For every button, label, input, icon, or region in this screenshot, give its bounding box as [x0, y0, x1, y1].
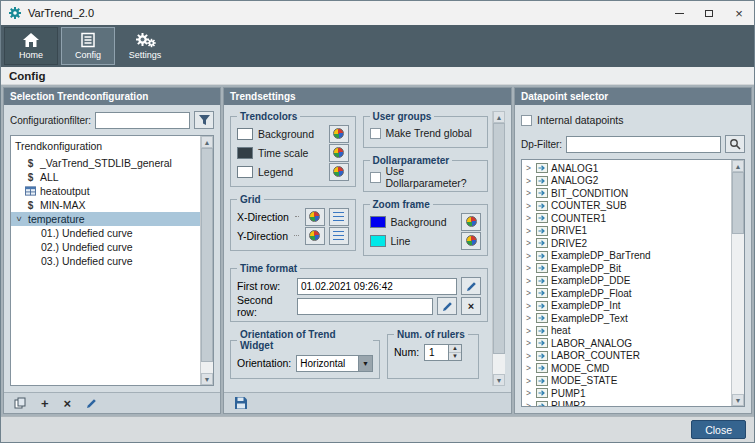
datapoint-item[interactable]: > COUNTER_SUB [522, 200, 731, 213]
rulers-spinner[interactable]: 1 ▲ ▼ [424, 344, 462, 361]
nav-home-button[interactable]: Home [4, 27, 58, 65]
timescale-color-picker-button[interactable] [329, 144, 349, 162]
datapoint-item[interactable]: > LABOR_COUNTER [522, 350, 731, 363]
clear-second-row-button[interactable]: × [461, 297, 481, 315]
expand-chevron-icon[interactable]: > [526, 276, 533, 286]
copy-configuration-button[interactable] [12, 394, 28, 412]
scroll-up-button[interactable]: ▲ [493, 111, 505, 123]
close-window-button[interactable]: × [724, 1, 754, 25]
nav-settings-button[interactable]: Settings [118, 27, 172, 65]
tree-item-heatoutput[interactable]: heatoutput [11, 184, 200, 198]
expand-chevron-icon[interactable]: > [526, 188, 533, 198]
datapoint-item[interactable]: > ExampleDP_Int [522, 300, 731, 313]
expand-chevron-icon[interactable]: > [526, 213, 533, 223]
save-button[interactable] [232, 394, 250, 412]
datapoint-item[interactable]: > MODE_CMD [522, 362, 731, 375]
curve-item[interactable]: 03.) Undefied curve [11, 254, 200, 268]
datapoint-item[interactable]: > DRIVE2 [522, 237, 731, 250]
zoom-background-color-button[interactable] [461, 213, 481, 231]
scrollbar-thumb[interactable] [201, 148, 213, 362]
expand-chevron-icon[interactable]: > [526, 351, 533, 361]
scroll-up-button[interactable]: ▲ [732, 160, 744, 172]
expand-chevron-icon[interactable]: > [526, 176, 533, 186]
datapoint-item[interactable]: > ExampleDP_DDE [522, 275, 731, 288]
add-configuration-button[interactable]: + [39, 394, 51, 412]
tree-item-min-max[interactable]: $ MIN-MAX [11, 198, 200, 212]
expand-chevron-icon[interactable]: > [526, 263, 533, 273]
datapoint-item[interactable]: > COUNTER1 [522, 212, 731, 225]
edit-configuration-button[interactable] [84, 394, 99, 412]
x-grid-color-button[interactable] [305, 208, 325, 226]
make-trend-global-checkbox[interactable] [370, 128, 381, 139]
scroll-up-button[interactable]: ▲ [201, 136, 213, 148]
orientation-select[interactable]: Horizontal ▼ [296, 355, 373, 372]
datapoint-item[interactable]: > ExampleDP_Float [522, 287, 731, 300]
nav-config-button[interactable]: Config [61, 27, 115, 65]
dp-filter-input[interactable] [566, 136, 721, 153]
zoom-line-color-button[interactable] [461, 232, 481, 250]
chevron-down-icon[interactable]: > [14, 214, 24, 224]
y-grid-linestyle-button[interactable] [329, 227, 349, 245]
scrollbar-thumb[interactable] [493, 123, 505, 354]
expand-chevron-icon[interactable]: > [526, 401, 533, 406]
filter-button[interactable] [194, 111, 214, 129]
configurationfilter-input[interactable] [95, 112, 190, 129]
use-dollarparameter-checkbox[interactable] [370, 172, 381, 183]
expand-chevron-icon[interactable]: > [526, 201, 533, 211]
datapoint-item[interactable]: > ExampleDP_Bit [522, 262, 731, 275]
expand-chevron-icon[interactable]: > [526, 388, 533, 398]
expand-chevron-icon[interactable]: > [526, 251, 533, 261]
expand-chevron-icon[interactable]: > [526, 238, 533, 248]
close-button[interactable]: Close [691, 420, 746, 439]
datapoint-item[interactable]: > LABOR_ANALOG [522, 337, 731, 350]
datapoint-item[interactable]: > ExampleDP_BarTrend [522, 250, 731, 263]
minimize-button[interactable] [664, 1, 694, 25]
expand-chevron-icon[interactable]: > [526, 326, 533, 336]
expand-chevron-icon[interactable]: > [526, 301, 533, 311]
tree-scrollbar[interactable]: ▲ ▼ [200, 136, 213, 385]
expand-chevron-icon[interactable]: > [526, 338, 533, 348]
edit-second-row-button[interactable] [437, 297, 457, 315]
scrollbar-thumb[interactable] [732, 172, 744, 234]
edit-first-row-button[interactable] [461, 277, 481, 295]
expand-chevron-icon[interactable]: > [526, 376, 533, 386]
maximize-button[interactable] [694, 1, 724, 25]
y-grid-color-button[interactable] [305, 227, 325, 245]
datapoint-item[interactable]: > ANALOG2 [522, 175, 731, 188]
datapoint-item[interactable]: > PUMP2 [522, 400, 731, 407]
scroll-down-button[interactable]: ▼ [732, 394, 744, 406]
spin-up-button[interactable]: ▲ [449, 345, 461, 353]
background-color-picker-button[interactable] [329, 125, 349, 143]
x-grid-linestyle-button[interactable] [329, 208, 349, 226]
datapoint-item[interactable]: > ANALOG1 [522, 162, 731, 175]
expand-chevron-icon[interactable]: > [526, 163, 533, 173]
dp-search-button[interactable] [725, 135, 745, 153]
expand-chevron-icon[interactable]: > [526, 363, 533, 373]
internal-datapoints-checkbox[interactable] [521, 115, 532, 126]
datapoint-item[interactable]: > PUMP1 [522, 387, 731, 400]
tree-item-all[interactable]: $ ALL [11, 170, 200, 184]
datapoint-item[interactable]: > MODE_STATE [522, 375, 731, 388]
expand-chevron-icon[interactable]: > [526, 313, 533, 323]
dropdown-button[interactable]: ▼ [358, 356, 372, 371]
scroll-down-button[interactable]: ▼ [493, 374, 505, 386]
curve-item[interactable]: 02.) Undefied curve [11, 240, 200, 254]
curve-item[interactable]: 01.) Undefied curve [11, 226, 200, 240]
tree-item-vartrend-stdlib[interactable]: $ _VarTrend_STDLIB_general [11, 156, 200, 170]
spin-down-button[interactable]: ▼ [449, 353, 461, 360]
legend-color-picker-button[interactable] [329, 163, 349, 181]
scroll-down-button[interactable]: ▼ [201, 373, 213, 385]
tree-item-temperature[interactable]: > temperature [11, 212, 200, 226]
settings-scrollbar[interactable]: ▲ ▼ [492, 111, 505, 386]
titlebar[interactable]: VarTrend_2.0 × [1, 1, 754, 25]
datapoint-item[interactable]: > DRIVE1 [522, 225, 731, 238]
expand-chevron-icon[interactable]: > [526, 288, 533, 298]
second-row-input[interactable] [297, 298, 433, 315]
delete-configuration-button[interactable]: × [62, 394, 74, 412]
datapoint-item[interactable]: > heat [522, 325, 731, 338]
datapoint-scrollbar[interactable]: ▲ ▼ [731, 160, 744, 406]
expand-chevron-icon[interactable]: > [526, 226, 533, 236]
datapoint-item[interactable]: > ExampleDP_Text [522, 312, 731, 325]
datapoint-item[interactable]: > BIT_CONDITION [522, 187, 731, 200]
first-row-input[interactable] [297, 278, 457, 295]
